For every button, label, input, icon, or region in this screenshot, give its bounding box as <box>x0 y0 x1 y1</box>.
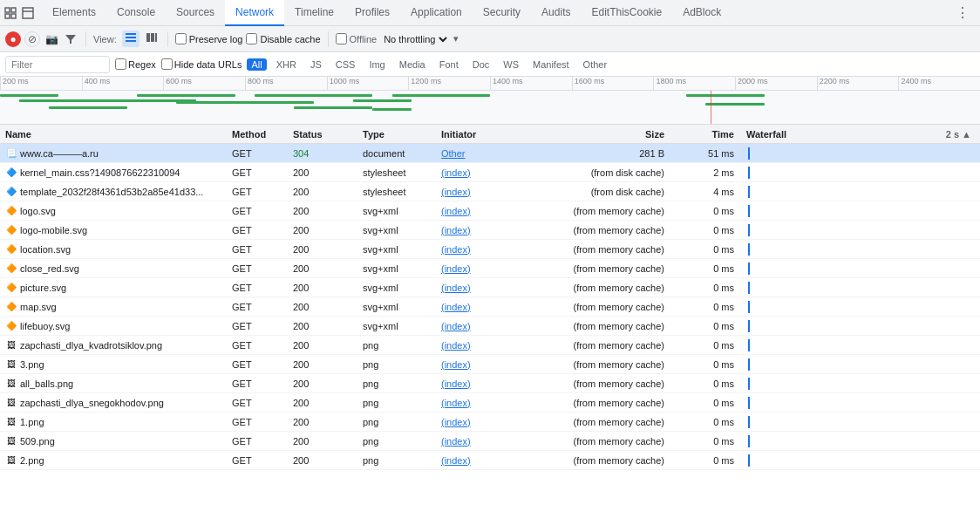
tab-console[interactable]: Console <box>106 0 166 26</box>
cell-time: 0 ms <box>671 359 741 370</box>
filter-other-button[interactable]: Other <box>579 58 612 71</box>
table-row[interactable]: 🖼 1.png GET 200 png (index) (from memory… <box>0 412 980 432</box>
tab-timeline[interactable]: Timeline <box>284 0 344 26</box>
cell-size: (from memory cache) <box>549 283 671 293</box>
cell-initiator[interactable]: (index) <box>436 359 549 370</box>
cell-initiator[interactable]: (index) <box>436 398 549 408</box>
tab-audits[interactable]: Audits <box>531 0 581 26</box>
cell-size: (from memory cache) <box>549 417 671 427</box>
table-row[interactable]: 🔶 close_red.svg GET 200 svg+xml (index) … <box>0 259 980 278</box>
svg-rect-9 <box>126 40 136 42</box>
col-header-waterfall[interactable]: Waterfall 2 s ▲ <box>741 129 980 140</box>
col-header-size[interactable]: Size <box>549 129 671 140</box>
table-row[interactable]: 🔷 template_2032f28f4361d53b2a85e41d33...… <box>0 182 980 201</box>
offline-checkbox[interactable]: Offline <box>336 33 378 44</box>
svg-rect-10 <box>146 33 150 42</box>
hide-data-checkbox[interactable]: Hide data URLs <box>161 58 242 70</box>
cell-initiator[interactable]: (index) <box>436 340 549 351</box>
cell-initiator[interactable]: (index) <box>436 321 549 331</box>
cell-name: 📃 www.ca———a.ru <box>0 147 227 160</box>
cell-method: GET <box>227 302 288 312</box>
view-group-button[interactable] <box>143 31 160 47</box>
filter-js-button[interactable]: JS <box>306 58 326 71</box>
col-header-name[interactable]: Name <box>0 129 227 140</box>
cell-initiator[interactable]: (index) <box>436 206 549 216</box>
col-header-initiator[interactable]: Initiator <box>436 129 549 140</box>
table-row[interactable]: 🖼 zapchasti_dlya_kvadrotsiklov.png GET 2… <box>0 336 980 355</box>
disable-cache-checkbox[interactable]: Disable cache <box>246 33 320 44</box>
tab-profiles[interactable]: Profiles <box>344 0 400 26</box>
cell-initiator[interactable]: (index) <box>436 436 549 447</box>
table-row[interactable]: 🖼 509.png GET 200 png (index) (from memo… <box>0 432 980 451</box>
cell-time: 0 ms <box>671 225 741 235</box>
cell-initiator[interactable]: (index) <box>436 417 549 427</box>
screenshot-button[interactable]: 📷 <box>44 31 59 47</box>
cell-initiator[interactable]: (index) <box>436 263 549 274</box>
tab-security[interactable]: Security <box>473 0 531 26</box>
table-row[interactable]: 🔶 lifebuoy.svg GET 200 svg+xml (index) (… <box>0 317 980 336</box>
tab-elements[interactable]: Elements <box>42 0 106 26</box>
table-row[interactable]: 🖼 3.png GET 200 png (index) (from memory… <box>0 355 980 374</box>
cell-type: svg+xml <box>357 206 436 216</box>
table-row[interactable]: 🔶 logo.svg GET 200 svg+xml (index) (from… <box>0 201 980 221</box>
cell-size: (from memory cache) <box>549 321 671 331</box>
devtools-inspect-icon[interactable] <box>3 6 17 20</box>
filter-button[interactable] <box>63 31 78 47</box>
cell-initiator[interactable]: (index) <box>436 244 549 255</box>
file-type-icon: 🖼 <box>5 358 17 371</box>
cell-name: 🔷 kernel_main.css?1490876622310094 <box>0 167 227 179</box>
cell-initiator[interactable]: (index) <box>436 283 549 293</box>
cell-initiator[interactable]: (index) <box>436 455 549 466</box>
cell-initiator[interactable]: (index) <box>436 302 549 312</box>
offline-input[interactable] <box>336 33 347 44</box>
filter-ws-button[interactable]: WS <box>499 58 523 71</box>
filter-img-button[interactable]: Img <box>364 58 389 71</box>
table-row[interactable]: 🔶 picture.svg GET 200 svg+xml (index) (f… <box>0 278 980 297</box>
cell-initiator[interactable]: (index) <box>436 167 549 178</box>
cell-initiator[interactable]: (index) <box>436 225 549 235</box>
table-row[interactable]: 🖼 zapchasti_dlya_snegokhodov.png GET 200… <box>0 393 980 412</box>
tab-more-button[interactable]: ⋮ <box>949 4 977 21</box>
tab-sources[interactable]: Sources <box>166 0 225 26</box>
cell-method: GET <box>227 378 288 389</box>
filter-input[interactable] <box>5 56 110 73</box>
devtools-panel-icon[interactable] <box>21 6 35 20</box>
col-header-status[interactable]: Status <box>288 129 357 140</box>
throttle-select[interactable]: No throttling <box>380 33 450 45</box>
view-list-button[interactable] <box>122 31 140 47</box>
filter-manifest-button[interactable]: Manifest <box>528 58 574 71</box>
preserve-log-checkbox[interactable]: Preserve log <box>175 33 243 44</box>
filter-font-button[interactable]: Font <box>435 58 463 71</box>
tab-network[interactable]: Network <box>225 0 284 26</box>
filter-doc-button[interactable]: Doc <box>468 58 494 71</box>
table-row[interactable]: 📃 www.ca———a.ru GET 304 document Other 2… <box>0 144 980 163</box>
filter-media-button[interactable]: Media <box>395 58 430 71</box>
table-row[interactable]: 🔶 map.svg GET 200 svg+xml (index) (from … <box>0 297 980 317</box>
table-row[interactable]: 🖼 all_balls.png GET 200 png (index) (fro… <box>0 374 980 393</box>
filter-xhr-button[interactable]: XHR <box>272 58 301 71</box>
filter-all-button[interactable]: All <box>247 58 266 71</box>
table-row[interactable]: 🔶 location.svg GET 200 svg+xml (index) (… <box>0 240 980 259</box>
waterfall-indicator <box>748 454 750 467</box>
tab-adblock[interactable]: AdBlock <box>672 0 732 26</box>
tab-application[interactable]: Application <box>400 0 473 26</box>
col-header-type[interactable]: Type <box>357 129 436 140</box>
col-header-method[interactable]: Method <box>227 129 288 140</box>
network-list[interactable]: 📃 www.ca———a.ru GET 304 document Other 2… <box>0 144 980 525</box>
cell-initiator[interactable]: (index) <box>436 378 549 389</box>
cell-initiator: Other <box>436 148 549 159</box>
cell-initiator[interactable]: (index) <box>436 187 549 197</box>
regex-checkbox[interactable]: Regex <box>115 58 156 70</box>
table-row[interactable]: 🔷 kernel_main.css?1490876622310094 GET 2… <box>0 163 980 182</box>
stop-button[interactable]: ⊘ <box>24 31 40 47</box>
tab-editthiscookie[interactable]: EditThisCookie <box>581 0 672 26</box>
filter-css-button[interactable]: CSS <box>331 58 360 71</box>
table-row[interactable]: 🖼 2.png GET 200 png (index) (from memory… <box>0 451 980 470</box>
svg-rect-7 <box>126 33 136 35</box>
preserve-log-input[interactable] <box>175 33 187 44</box>
table-row[interactable]: 🔶 logo-mobile.svg GET 200 svg+xml (index… <box>0 221 980 240</box>
record-button[interactable]: ● <box>5 31 21 47</box>
disable-cache-input[interactable] <box>246 33 257 44</box>
cell-type: png <box>357 455 436 466</box>
col-header-time[interactable]: Time <box>671 129 741 140</box>
